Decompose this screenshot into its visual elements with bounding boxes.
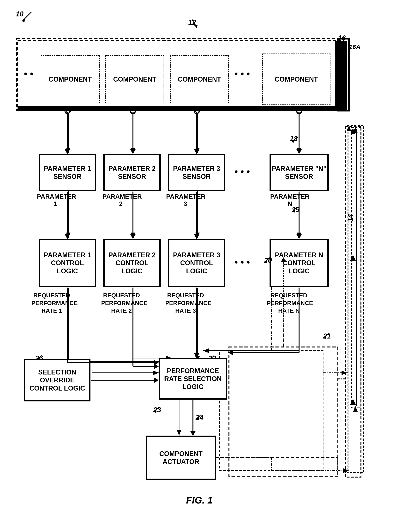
svg-marker-11: [195, 148, 200, 153]
svg-point-85: [130, 109, 135, 114]
svg-point-91: [297, 109, 301, 114]
ref-24-arrow: [194, 413, 205, 422]
svg-point-82: [65, 109, 70, 114]
svg-marker-37: [177, 430, 181, 436]
component-box-2: COMPONENT: [105, 55, 164, 103]
diagram-container: 10 12 16 16A • • COMPONENT COMPONENT COM…: [0, 0, 420, 519]
svg-marker-35: [153, 371, 159, 375]
param-label-3: PARAMETER 3: [166, 193, 205, 207]
svg-line-67: [265, 258, 270, 263]
svg-marker-56: [342, 371, 347, 375]
component-box-4: COMPONENT: [262, 53, 330, 105]
svg-marker-99: [194, 234, 199, 239]
sensor-box-3: PARAMETER 3 SENSOR: [168, 154, 225, 191]
rate-label-3: REQUESTED PERFORMANCE RATE 3: [165, 292, 206, 315]
svg-marker-84: [65, 149, 70, 154]
svg-marker-33: [203, 348, 209, 353]
svg-line-77: [197, 414, 201, 420]
rate-label-n: REQUESTED PERFORMANCE RATE N: [267, 292, 311, 315]
comp-dots: • • •: [234, 68, 250, 79]
ref-16-label: 16: [338, 34, 345, 42]
control-logic-box-1: PARAMETER 1 CONTROL LOGIC: [39, 239, 96, 287]
selection-override-box: SELECTION OVERRIDE CONTROL LOGIC: [24, 359, 90, 401]
control-logic-box-n: PARAMETER N CONTROL LOGIC: [270, 239, 329, 287]
svg-text:14: 14: [346, 214, 354, 222]
svg-point-3: [66, 109, 70, 113]
svg-point-12: [297, 109, 301, 113]
svg-marker-20: [195, 233, 200, 238]
svg-marker-122: [350, 128, 356, 134]
component-actuator-box: COMPONENT ACTUATOR: [146, 436, 216, 480]
svg-marker-50: [343, 468, 349, 473]
svg-rect-38: [220, 351, 323, 471]
sensor-box-1: PARAMETER 1 SENSOR: [39, 154, 96, 191]
svg-line-57: [22, 12, 31, 21]
svg-marker-95: [65, 234, 70, 239]
svg-rect-117: [229, 347, 338, 476]
svg-marker-97: [130, 234, 136, 239]
fig-label: FIG. 1: [172, 495, 227, 506]
svg-marker-64: [292, 140, 294, 143]
sensor-dots: • • •: [234, 166, 250, 177]
svg-marker-116: [190, 431, 196, 436]
component-box-1: COMPONENT: [41, 55, 100, 103]
svg-marker-101: [296, 234, 302, 239]
control-logic-box-3: PARAMETER 3 CONTROL LOGIC: [168, 239, 225, 287]
svg-line-69: [324, 333, 329, 338]
ref-10-arrow: [15, 10, 37, 25]
svg-marker-123: [350, 255, 356, 261]
sensor-box-2: PARAMETER 2 SENSOR: [103, 154, 161, 191]
param-label-1: PARAMETER 1: [37, 193, 74, 207]
svg-marker-93: [296, 149, 302, 154]
svg-marker-5: [66, 148, 70, 153]
svg-point-6: [131, 109, 135, 113]
svg-line-75: [154, 407, 159, 412]
svg-point-9: [195, 109, 200, 113]
perf-rate-selection-box: PERFORMANCE RATE SELECTION LOGIC: [159, 358, 227, 400]
svg-marker-124: [350, 399, 356, 405]
ref-19-arrow: [290, 205, 301, 214]
cl-dots: • • •: [234, 257, 250, 268]
sensor-box-n: PARAMETER "N" SENSOR: [270, 154, 329, 191]
rate-label-2: REQUESTED PERFORMANCE RATE 2: [101, 292, 142, 315]
svg-line-61: [343, 46, 347, 51]
svg-rect-80: [17, 106, 343, 111]
rate-label-1: REQUESTED PERFORMANCE RATE 1: [31, 292, 72, 315]
svg-marker-14: [297, 148, 301, 153]
ref-18-arrow: [288, 135, 301, 144]
svg-marker-16: [66, 233, 70, 238]
svg-marker-104: [154, 360, 159, 365]
control-logic-box-2: PARAMETER 2 CONTROL LOGIC: [103, 239, 161, 287]
svg-marker-18: [131, 233, 135, 238]
ref-23-arrow: [151, 405, 163, 414]
svg-marker-112: [228, 350, 233, 355]
component-box-3: COMPONENT: [170, 55, 229, 103]
svg-marker-43: [347, 126, 351, 131]
svg-rect-51: [347, 126, 364, 473]
ref-12-arrow: [185, 17, 199, 30]
svg-marker-114: [154, 378, 159, 383]
svg-point-88: [194, 109, 199, 114]
ref-20-arrow: [262, 256, 273, 265]
param-label-2: PARAMETER 2: [103, 193, 139, 207]
svg-marker-54: [353, 406, 358, 412]
ref-21-arrow: [321, 331, 332, 341]
svg-rect-45: [352, 127, 361, 408]
svg-marker-109: [194, 353, 199, 358]
svg-marker-60: [194, 25, 197, 28]
svg-line-65: [292, 207, 297, 212]
svg-marker-107: [154, 363, 159, 369]
ref-16a-arrow: [342, 43, 356, 53]
svg-marker-87: [130, 149, 136, 154]
svg-marker-22: [297, 233, 301, 238]
svg-marker-52: [353, 126, 358, 133]
bus-dots: • •: [24, 68, 33, 79]
svg-rect-121: [345, 126, 361, 477]
svg-marker-90: [194, 149, 199, 154]
svg-marker-8: [131, 148, 135, 153]
